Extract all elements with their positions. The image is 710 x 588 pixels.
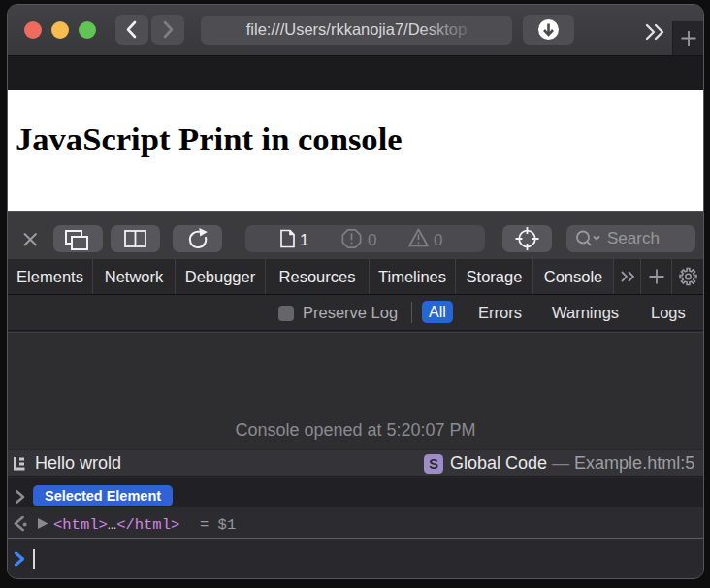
svg-text:1: 1 [300,231,308,249]
svg-text:0: 0 [368,231,376,249]
svg-text:0: 0 [434,231,442,249]
